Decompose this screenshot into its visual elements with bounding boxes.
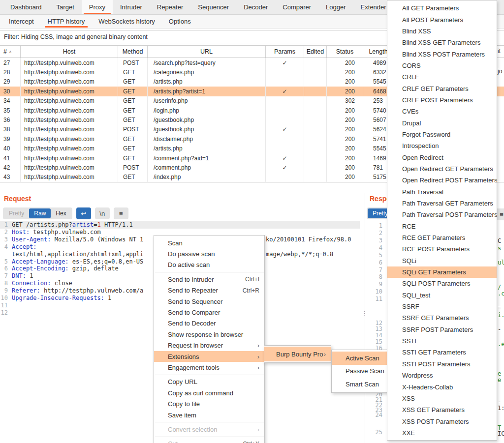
response-text-fragment: ul [498, 259, 504, 266]
profile-item-ssrf[interactable]: SSRF [387, 301, 497, 312]
profile-item-label: SQLi_test [402, 292, 430, 299]
profile-item-label: Open Redirect GET Parameters [402, 165, 493, 173]
request-text-segment: http://testphp.vulnweb.com/a [40, 287, 144, 294]
context-menu-item-copy-to-file[interactable]: Copy to file [154, 398, 264, 409]
extensions-submenu-item-burp-bounty-pro[interactable]: Burp Bounty Pro› [264, 347, 331, 361]
context-menu-item-send-to-comparer[interactable]: Send to Comparer [154, 307, 264, 318]
request-text-segment: Accept-Language: [12, 258, 69, 265]
context-menu-item-label: Send to Decoder [168, 320, 216, 327]
context-menu-item-label: Do active scan [168, 261, 210, 268]
extensions-submenu: Burp Bounty Pro› [264, 345, 331, 363]
response-text-fragment: e [498, 370, 501, 377]
profile-item-blind-xss-post-parameters[interactable]: Blind XSS POST Parameters [387, 48, 497, 59]
line-number: 1 [0, 221, 8, 229]
profile-item-drupal[interactable]: Drupal [387, 117, 497, 128]
profile-item-sqli[interactable]: SQLi [387, 255, 497, 266]
profile-item-open-redirect-get-parameters[interactable]: Open Redirect GET Parameters [387, 163, 497, 175]
request-text-segment: gzip, deflate [69, 265, 119, 272]
profile-item-ssti[interactable]: SSTI [387, 335, 497, 347]
profile-item-label: CVEs [402, 108, 418, 115]
table-overflow-fragment: it [498, 48, 501, 55]
profile-item-introspection[interactable]: Introspection [387, 140, 497, 151]
context-menu-item-send-to-sequencer[interactable]: Send to Sequencer [154, 296, 264, 307]
context-menu-separator [155, 375, 264, 375]
response-text-fragment: = [498, 304, 501, 311]
scan-submenu-item-passive-scan[interactable]: Passive Scan [332, 365, 395, 378]
scan-submenu-item-smart-scan[interactable]: Smart Scan [332, 378, 395, 391]
profile-item-ssti-post-parameters[interactable]: SSTI POST Parameters [387, 358, 497, 370]
profile-item-xss[interactable]: XSS [387, 393, 497, 404]
burp-suite-window: { "colors":{"accent":"#ff6a33","title":"… [0, 0, 504, 443]
profile-item-path-traversal-get-parameters[interactable]: Path Traversal GET Parameters [387, 198, 497, 209]
profile-item-blind-xss[interactable]: Blind XSS [387, 26, 497, 37]
context-menu-separator [155, 422, 264, 422]
context-menu-item-engagement-tools[interactable]: Engagement tools› [154, 362, 264, 373]
profile-item-wordpress[interactable]: Wordpress [387, 370, 497, 381]
profile-item-label: CRLF POST Parameters [402, 96, 473, 104]
response-text-fragment: s [498, 245, 501, 252]
context-menu-item-request-in-browser[interactable]: Request in browser› [154, 340, 264, 351]
profile-item-label: Path Traversal [402, 188, 443, 196]
profile-item-crlf[interactable]: CRLF [387, 71, 497, 83]
profile-item-crlf-post-parameters[interactable]: CRLF POST Parameters [387, 94, 497, 106]
profile-item-x-headers-collab[interactable]: X-Headers-Collab [387, 381, 497, 392]
profile-item-xss-get-parameters[interactable]: XSS GET Parameters [387, 404, 497, 415]
context-menu-item-do-passive-scan[interactable]: Do passive scan [154, 248, 264, 259]
profile-item-xxe[interactable]: XXE [387, 427, 497, 439]
submenu-arrow-icon: › [257, 342, 259, 349]
context-menu-item-send-to-intruder[interactable]: Send to IntruderCtrl+I [154, 274, 264, 285]
table-overflow-fragment: jo [498, 68, 502, 75]
panel-divider [365, 193, 365, 443]
context-menu-item-do-active-scan[interactable]: Do active scan [154, 260, 264, 270]
profile-item-open-redirect[interactable]: Open Redirect [387, 151, 497, 163]
context-menu-separator [155, 437, 264, 437]
context-menu-item-send-to-decoder[interactable]: Send to Decoder [154, 318, 264, 329]
profile-item-cves[interactable]: CVEs [387, 106, 497, 117]
context-menu-item-scan[interactable]: Scan [154, 237, 264, 248]
profile-item-sqli-get-parameters[interactable]: SQLi GET Parameters [387, 266, 497, 278]
shortcut-label: Ctrl+X [243, 441, 259, 443]
profile-item-blind-xss-get-parameters[interactable]: Blind XSS GET Parameters [387, 37, 497, 48]
profile-item-ssti-get-parameters[interactable]: SSTI GET Parameters [387, 347, 497, 358]
response-text-fragment: T [498, 424, 501, 431]
profile-item-crlf-get-parameters[interactable]: CRLF GET Parameters [387, 83, 497, 94]
profile-item-sqli-test[interactable]: SQLi_test [387, 290, 497, 301]
profile-item-rce-post-parameters[interactable]: RCE POST Parameters [387, 243, 497, 255]
profile-item-ssrf-post-parameters[interactable]: SSRF POST Parameters [387, 324, 497, 335]
profile-item-label: Blind XSS GET Parameters [402, 39, 480, 46]
response-text-fragment: 1: [498, 405, 504, 412]
extensions-submenu-item-label: Burp Bounty Pro [276, 351, 323, 358]
profile-item-cors[interactable]: CORS [387, 60, 497, 71]
request-clipped-fragment: ko/20100101 Firefox/98.0 [266, 236, 351, 243]
profile-item-all-get-parameters[interactable]: All GET Parameters [387, 2, 497, 14]
context-menu-item-label: Copy as curl command [168, 389, 233, 397]
profile-item-label: XSS GET Parameters [402, 406, 465, 413]
scan-submenu-item-label: Smart Scan [346, 381, 379, 388]
request-line: 3User-Agent: Mozilla/5.0 (Windows NT 1 [0, 236, 143, 243]
profile-item-sqli-post-parameters[interactable]: SQLi POST Parameters [387, 278, 497, 289]
request-text-segment: Referer: [12, 287, 40, 294]
context-menu-item-copy-as-curl-command[interactable]: Copy as curl command [154, 387, 264, 398]
context-menu-item-send-to-repeater[interactable]: Send to RepeaterCtrl+R [154, 285, 264, 296]
context-menu-item-copy-url[interactable]: Copy URL [154, 377, 264, 387]
context-menu-item-label: Send to Comparer [168, 309, 220, 316]
profile-item-rce-get-parameters[interactable]: RCE GET Parameters [387, 232, 497, 243]
profile-item-label: SSTI GET Parameters [402, 349, 466, 356]
context-menu-item-extensions[interactable]: Extensions› [154, 351, 264, 362]
profile-item-path-traversal[interactable]: Path Traversal [387, 186, 497, 198]
profile-item-rce[interactable]: RCE [387, 221, 497, 232]
profile-item-label: Path Traversal POST Parameters [402, 211, 497, 218]
context-menu-item-save-item[interactable]: Save item [154, 410, 264, 420]
profile-item-path-traversal-post-parameters[interactable]: Path Traversal POST Parameters [387, 209, 497, 220]
response-line-number: 9 [368, 281, 382, 288]
response-line-number: 10 [368, 288, 382, 295]
profile-item-ssrf-get-parameters[interactable]: SSRF GET Parameters [387, 312, 497, 324]
profile-item-label: Drupal [402, 119, 421, 127]
context-menu-item-show-response-in-browser[interactable]: Show response in browser [154, 329, 264, 340]
profile-item-open-redirect-post-parameters[interactable]: Open Redirect POST Parameters [387, 175, 497, 186]
response-text-fragment: i. [498, 312, 504, 319]
scan-submenu-item-active-scan[interactable]: Active Scan› [332, 352, 395, 365]
profile-item-forgot-password[interactable]: Forgot Password [387, 129, 497, 140]
profile-item-xss-post-parameters[interactable]: XSS POST Parameters [387, 415, 497, 427]
profile-item-all-post-parameters[interactable]: All POST Parameters [387, 14, 497, 25]
